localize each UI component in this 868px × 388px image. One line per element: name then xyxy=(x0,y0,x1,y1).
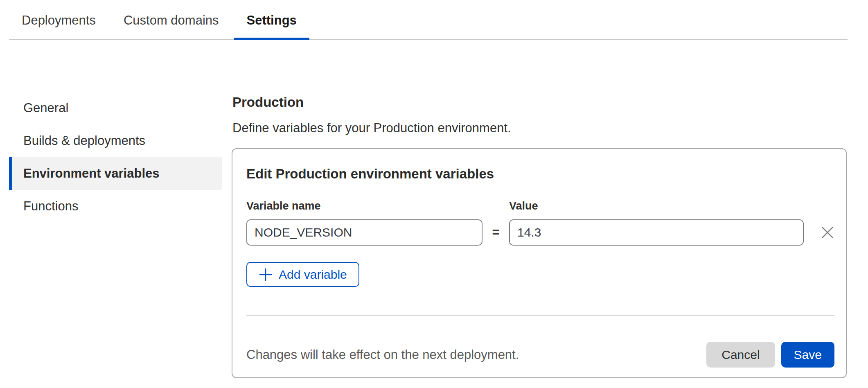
add-variable-button[interactable]: Add variable xyxy=(246,262,359,287)
card-footer-divider xyxy=(246,315,834,316)
settings-page: Deployments Custom domains Settings Gene… xyxy=(0,0,868,378)
sidebar-item-functions[interactable]: Functions xyxy=(9,190,222,223)
tab-custom-domains[interactable]: Custom domains xyxy=(111,8,232,40)
remove-variable-button[interactable] xyxy=(821,226,834,239)
variable-value-column: Value xyxy=(509,200,804,246)
close-icon xyxy=(821,235,834,241)
variable-value-input[interactable] xyxy=(509,219,804,246)
section-description: Define variables for your Production env… xyxy=(232,120,847,136)
tab-deployments[interactable]: Deployments xyxy=(9,8,108,40)
settings-content: General Builds & deployments Environment… xyxy=(9,40,848,378)
variable-name-input[interactable] xyxy=(246,219,482,246)
variable-name-label: Variable name xyxy=(246,200,482,212)
save-button[interactable]: Save xyxy=(781,342,834,368)
main-panel: Production Define variables for your Pro… xyxy=(222,92,847,378)
tab-settings[interactable]: Settings xyxy=(234,8,309,40)
add-variable-label: Add variable xyxy=(279,268,347,282)
equals-separator: = xyxy=(482,219,509,246)
section-title: Production xyxy=(232,94,847,111)
sidebar-item-general[interactable]: General xyxy=(9,92,222,124)
environment-variables-card: Edit Production environment variables Va… xyxy=(232,148,847,378)
deployment-note: Changes will take effect on the next dep… xyxy=(246,347,706,362)
remove-variable-box xyxy=(821,219,834,246)
card-footer: Changes will take effect on the next dep… xyxy=(246,342,834,368)
plus-icon xyxy=(259,268,273,282)
project-tabbar: Deployments Custom domains Settings xyxy=(9,0,848,40)
sidebar-item-environment-variables[interactable]: Environment variables xyxy=(9,157,222,190)
variable-value-label: Value xyxy=(509,200,804,212)
settings-sidebar: General Builds & deployments Environment… xyxy=(9,92,222,378)
cancel-button[interactable]: Cancel xyxy=(706,342,775,368)
sidebar-item-builds-deployments[interactable]: Builds & deployments xyxy=(9,124,222,157)
card-title: Edit Production environment variables xyxy=(246,166,834,182)
variable-name-column: Variable name xyxy=(246,200,482,246)
variable-row: Variable name = Value xyxy=(246,200,834,246)
